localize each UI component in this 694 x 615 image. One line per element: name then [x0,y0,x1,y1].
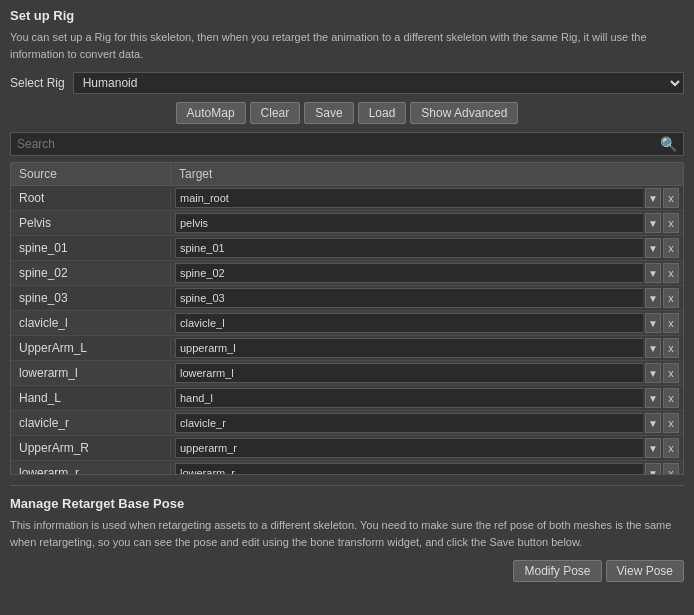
bone-target-dropdown-arrow[interactable]: ▼ [645,288,661,308]
bone-target-cell: ▼x [171,236,683,260]
bone-target-clear-button[interactable]: x [663,288,679,308]
load-button[interactable]: Load [358,102,407,124]
bone-target-cell: ▼x [171,386,683,410]
bone-source-cell: lowerarm_r [11,464,171,475]
bone-target-dropdown-arrow[interactable]: ▼ [645,438,661,458]
bone-target-clear-button[interactable]: x [663,188,679,208]
table-row: spine_01▼x [11,236,683,261]
manage-description: This information is used when retargetin… [10,517,684,550]
bone-target-clear-button[interactable]: x [663,363,679,383]
bone-target-cell: ▼x [171,411,683,435]
bone-table-header: Source Target [10,162,684,185]
table-row: Pelvis▼x [11,211,683,236]
bone-source-cell: spine_02 [11,264,171,282]
bone-target-cell: ▼x [171,336,683,360]
bone-source-cell: Root [11,189,171,207]
automap-button[interactable]: AutoMap [176,102,246,124]
bone-target-clear-button[interactable]: x [663,438,679,458]
bone-source-cell: Hand_L [11,389,171,407]
bone-target-input[interactable] [175,188,643,208]
divider [10,485,684,486]
bone-target-dropdown-arrow[interactable]: ▼ [645,313,661,333]
bone-target-clear-button[interactable]: x [663,463,679,475]
bone-target-cell: ▼x [171,311,683,335]
search-icon-button[interactable]: 🔍 [654,133,683,155]
bone-target-input[interactable] [175,388,643,408]
table-row: lowerarm_r▼x [11,461,683,475]
header-target: Target [171,163,683,185]
bone-source-cell: clavicle_r [11,414,171,432]
bone-target-input[interactable] [175,313,643,333]
setup-title: Set up Rig [10,8,684,23]
bone-target-input[interactable] [175,213,643,233]
bone-target-dropdown-arrow[interactable]: ▼ [645,413,661,433]
bone-target-input[interactable] [175,238,643,258]
bone-target-dropdown-arrow[interactable]: ▼ [645,238,661,258]
table-row: lowerarm_l▼x [11,361,683,386]
bone-target-input[interactable] [175,413,643,433]
bone-target-clear-button[interactable]: x [663,388,679,408]
table-row: UpperArm_L▼x [11,336,683,361]
bone-target-cell: ▼x [171,361,683,385]
toolbar: AutoMap Clear Save Load Show Advanced [10,102,684,124]
bone-source-cell: UpperArm_L [11,339,171,357]
bone-target-input[interactable] [175,263,643,283]
bone-target-input[interactable] [175,363,643,383]
manage-title: Manage Retarget Base Pose [10,496,684,511]
setup-description: You can set up a Rig for this skeleton, … [10,29,684,62]
manage-section: Manage Retarget Base Pose This informati… [10,496,684,590]
table-row: UpperArm_R▼x [11,436,683,461]
rig-select[interactable]: Humanoid [73,72,684,94]
bone-target-clear-button[interactable]: x [663,413,679,433]
table-row: clavicle_l▼x [11,311,683,336]
bone-target-dropdown-arrow[interactable]: ▼ [645,338,661,358]
search-input[interactable] [11,134,654,154]
table-row: Root▼x [11,186,683,211]
bone-target-cell: ▼x [171,286,683,310]
bone-rows: Root▼xPelvis▼xspine_01▼xspine_02▼xspine_… [10,185,684,475]
bone-source-cell: UpperArm_R [11,439,171,457]
select-rig-row: Select Rig Humanoid [10,72,684,94]
bone-source-cell: clavicle_l [11,314,171,332]
bone-source-cell: spine_01 [11,239,171,257]
bone-target-clear-button[interactable]: x [663,213,679,233]
show-advanced-button[interactable]: Show Advanced [410,102,518,124]
bone-source-cell: spine_03 [11,289,171,307]
view-pose-button[interactable]: View Pose [606,560,684,582]
bone-target-input[interactable] [175,288,643,308]
table-row: spine_02▼x [11,261,683,286]
bone-target-clear-button[interactable]: x [663,338,679,358]
bone-target-cell: ▼x [171,186,683,210]
bone-target-dropdown-arrow[interactable]: ▼ [645,388,661,408]
bone-target-input[interactable] [175,438,643,458]
table-row: spine_03▼x [11,286,683,311]
table-row: Hand_L▼x [11,386,683,411]
bone-target-dropdown-arrow[interactable]: ▼ [645,363,661,383]
main-panel: Set up Rig You can set up a Rig for this… [0,0,694,600]
bone-target-cell: ▼x [171,261,683,285]
clear-button[interactable]: Clear [250,102,301,124]
select-rig-label: Select Rig [10,76,65,90]
header-source: Source [11,163,171,185]
bone-target-clear-button[interactable]: x [663,313,679,333]
table-row: clavicle_r▼x [11,411,683,436]
bone-target-input[interactable] [175,463,643,475]
bone-target-dropdown-arrow[interactable]: ▼ [645,263,661,283]
bone-target-dropdown-arrow[interactable]: ▼ [645,463,661,475]
bone-target-dropdown-arrow[interactable]: ▼ [645,213,661,233]
save-button[interactable]: Save [304,102,353,124]
bone-source-cell: lowerarm_l [11,364,171,382]
manage-buttons: Modify Pose View Pose [10,560,684,582]
bone-target-clear-button[interactable]: x [663,238,679,258]
bone-target-dropdown-arrow[interactable]: ▼ [645,188,661,208]
bone-target-cell: ▼x [171,211,683,235]
bone-source-cell: Pelvis [11,214,171,232]
modify-pose-button[interactable]: Modify Pose [513,560,601,582]
bone-target-input[interactable] [175,338,643,358]
bone-target-cell: ▼x [171,461,683,475]
bone-target-cell: ▼x [171,436,683,460]
bone-target-clear-button[interactable]: x [663,263,679,283]
search-row: 🔍 [10,132,684,156]
